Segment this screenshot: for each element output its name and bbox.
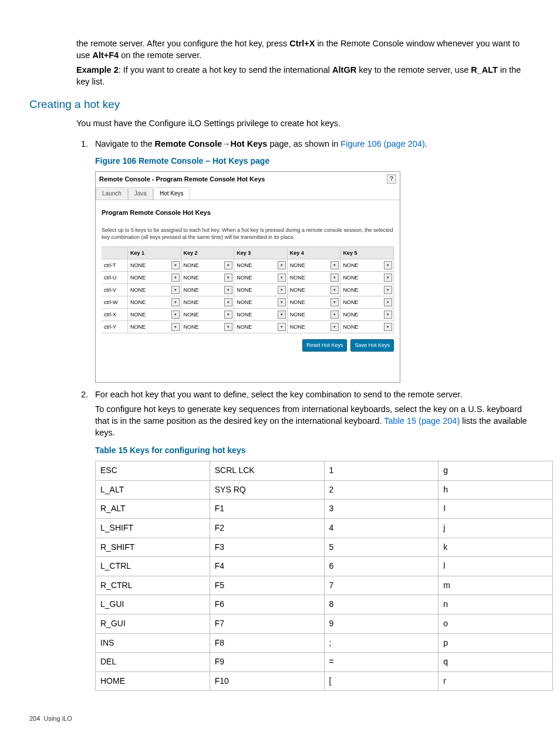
key-select[interactable]: NONE▾ bbox=[181, 322, 234, 332]
keys-cell: F2 bbox=[210, 519, 324, 538]
key-select-value: NONE bbox=[184, 286, 199, 294]
chevron-down-icon[interactable]: ▾ bbox=[384, 286, 392, 294]
key-select[interactable]: NONE▾ bbox=[340, 273, 393, 282]
chevron-down-icon[interactable]: ▾ bbox=[384, 310, 392, 319]
chevron-down-icon[interactable]: ▾ bbox=[330, 261, 339, 269]
chevron-down-icon[interactable]: ▾ bbox=[278, 310, 286, 319]
save-button[interactable]: Save Hot Keys bbox=[350, 339, 394, 352]
reset-button[interactable]: Reset Hot Keys bbox=[302, 339, 348, 352]
intro-para1: the remote server. After you configure t… bbox=[76, 38, 531, 62]
key-select-value: NONE bbox=[130, 286, 146, 294]
key-select[interactable]: NONE▾ bbox=[128, 285, 181, 295]
key-select[interactable]: NONE▾ bbox=[340, 285, 393, 295]
key-select[interactable]: NONE▾ bbox=[181, 285, 234, 295]
step-1: Navigate to the Remote Console→Hot Keys … bbox=[90, 138, 531, 383]
chevron-down-icon[interactable]: ▾ bbox=[278, 286, 286, 294]
chevron-down-icon[interactable]: ▾ bbox=[384, 261, 392, 269]
hk-cell: NONE▾ bbox=[234, 272, 288, 284]
chevron-down-icon[interactable]: ▾ bbox=[278, 274, 286, 282]
key-select[interactable]: NONE▾ bbox=[288, 261, 340, 270]
figure-link[interactable]: Figure 106 (page 204) bbox=[340, 139, 425, 148]
chevron-down-icon[interactable]: ▾ bbox=[171, 274, 180, 282]
key-select[interactable]: NONE▾ bbox=[288, 285, 340, 295]
privilege-note: You must have the Configure iLO Settings… bbox=[76, 117, 531, 129]
keys-cell: F7 bbox=[210, 615, 324, 634]
key-select[interactable]: NONE▾ bbox=[340, 322, 393, 332]
tab-hotkeys[interactable]: Hot Keys bbox=[153, 187, 190, 200]
chevron-down-icon[interactable]: ▾ bbox=[224, 286, 232, 294]
keys-cell: ; bbox=[324, 633, 438, 653]
keys-cell: g bbox=[438, 461, 553, 481]
chevron-down-icon[interactable]: ▾ bbox=[224, 310, 232, 319]
key-select[interactable]: NONE▾ bbox=[340, 261, 393, 270]
chevron-down-icon[interactable]: ▾ bbox=[224, 323, 232, 331]
arrow-icon: → bbox=[222, 139, 231, 148]
key-select[interactable]: NONE▾ bbox=[340, 298, 393, 307]
key-select[interactable]: NONE▾ bbox=[128, 261, 181, 270]
key-select[interactable]: NONE▾ bbox=[181, 310, 234, 319]
chevron-down-icon[interactable]: ▾ bbox=[171, 298, 180, 306]
keys-cell: 5 bbox=[324, 538, 438, 557]
key-select[interactable]: NONE▾ bbox=[128, 273, 181, 282]
hk-col-header bbox=[102, 247, 128, 259]
tab-launch[interactable]: Launch bbox=[96, 187, 128, 200]
key-select-value: NONE bbox=[290, 262, 305, 269]
key-select[interactable]: NONE▾ bbox=[234, 273, 287, 282]
key-select[interactable]: NONE▾ bbox=[340, 310, 393, 319]
chevron-down-icon[interactable]: ▾ bbox=[278, 298, 286, 306]
keys-cell: R_GUI bbox=[96, 615, 210, 634]
chevron-down-icon[interactable]: ▾ bbox=[330, 274, 339, 282]
keys-cell: 8 bbox=[324, 595, 438, 615]
keys-cell: L_SHIFT bbox=[96, 519, 210, 538]
help-icon[interactable]: ? bbox=[387, 174, 396, 184]
chevron-down-icon[interactable]: ▾ bbox=[330, 286, 339, 294]
chevron-down-icon[interactable]: ▾ bbox=[330, 323, 339, 331]
chevron-down-icon[interactable]: ▾ bbox=[171, 323, 180, 331]
chevron-down-icon[interactable]: ▾ bbox=[330, 310, 339, 319]
chevron-down-icon[interactable]: ▾ bbox=[384, 323, 392, 331]
hk-col-header: Key 3 bbox=[234, 247, 288, 259]
key-select[interactable]: NONE▾ bbox=[128, 310, 181, 319]
panel-description: Select up to 5 keys to be assigned to ea… bbox=[102, 227, 394, 241]
key-select[interactable]: NONE▾ bbox=[234, 310, 287, 319]
key-select[interactable]: NONE▾ bbox=[181, 261, 234, 270]
key-select-value: NONE bbox=[237, 262, 252, 269]
chevron-down-icon[interactable]: ▾ bbox=[384, 274, 392, 282]
key-select[interactable]: NONE▾ bbox=[234, 285, 287, 295]
key-select[interactable]: NONE▾ bbox=[288, 322, 340, 332]
chevron-down-icon[interactable]: ▾ bbox=[224, 298, 232, 306]
key-select[interactable]: NONE▾ bbox=[128, 298, 181, 307]
chevron-down-icon[interactable]: ▾ bbox=[330, 298, 339, 306]
key-select[interactable]: NONE▾ bbox=[181, 273, 234, 282]
chevron-down-icon[interactable]: ▾ bbox=[278, 261, 286, 269]
section-heading: Creating a hot key bbox=[29, 97, 531, 113]
hk-row: ctrl-VNONE▾NONE▾NONE▾NONE▾NONE▾ bbox=[102, 284, 394, 296]
chevron-down-icon[interactable]: ▾ bbox=[384, 298, 392, 306]
chevron-down-icon[interactable]: ▾ bbox=[224, 261, 232, 269]
key-select[interactable]: NONE▾ bbox=[128, 322, 181, 332]
keys-cell: 1 bbox=[324, 461, 438, 481]
text: key to the remote server, use bbox=[356, 65, 471, 75]
tab-java[interactable]: Java bbox=[128, 187, 153, 200]
key-select-value: NONE bbox=[343, 274, 358, 282]
key-select-value: NONE bbox=[343, 262, 358, 269]
hk-row: ctrl-XNONE▾NONE▾NONE▾NONE▾NONE▾ bbox=[102, 309, 394, 321]
chevron-down-icon[interactable]: ▾ bbox=[171, 286, 180, 294]
chevron-down-icon[interactable]: ▾ bbox=[224, 274, 232, 282]
key-select[interactable]: NONE▾ bbox=[288, 310, 340, 319]
key-select[interactable]: NONE▾ bbox=[234, 298, 287, 307]
keys-cell: n bbox=[438, 595, 553, 615]
key-select[interactable]: NONE▾ bbox=[234, 261, 287, 270]
keys-cell: k bbox=[438, 538, 553, 557]
key-select[interactable]: NONE▾ bbox=[234, 322, 287, 332]
key-select[interactable]: NONE▾ bbox=[181, 298, 234, 307]
hk-cell: NONE▾ bbox=[234, 309, 288, 321]
chevron-down-icon[interactable]: ▾ bbox=[171, 310, 180, 319]
table-link[interactable]: Table 15 (page 204) bbox=[384, 416, 460, 426]
key-select-value: NONE bbox=[184, 311, 199, 319]
key-select[interactable]: NONE▾ bbox=[288, 273, 340, 282]
chevron-down-icon[interactable]: ▾ bbox=[278, 323, 286, 331]
key-select[interactable]: NONE▾ bbox=[288, 298, 340, 307]
table-caption: Table 15 Keys for configuring hot keys bbox=[95, 445, 531, 457]
chevron-down-icon[interactable]: ▾ bbox=[171, 261, 180, 269]
